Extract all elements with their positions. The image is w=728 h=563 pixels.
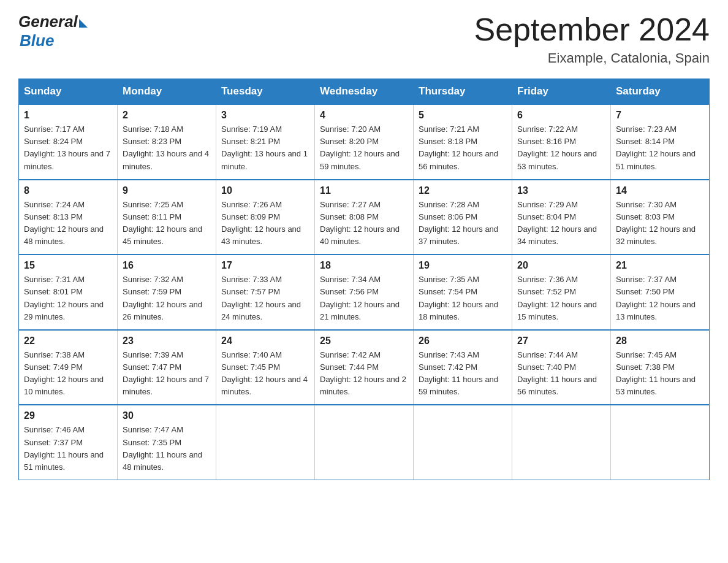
day-number: 29 [24, 410, 112, 421]
day-info: Sunrise: 7:33 AMSunset: 7:57 PMDaylight:… [221, 275, 301, 321]
month-title: September 2024 [474, 12, 710, 47]
table-row [216, 405, 315, 480]
table-row: 11 Sunrise: 7:27 AMSunset: 8:08 PMDaylig… [315, 180, 414, 255]
table-row [315, 405, 414, 480]
day-info: Sunrise: 7:35 AMSunset: 7:54 PMDaylight:… [419, 275, 498, 321]
day-number: 3 [221, 110, 309, 121]
calendar-week-row: 8 Sunrise: 7:24 AMSunset: 8:13 PMDayligh… [19, 180, 710, 255]
day-info: Sunrise: 7:47 AMSunset: 7:35 PMDaylight:… [123, 425, 202, 471]
header-friday: Friday [512, 79, 611, 105]
day-number: 5 [419, 110, 507, 121]
location-title: Eixample, Catalonia, Spain [474, 50, 710, 66]
table-row: 18 Sunrise: 7:34 AMSunset: 7:56 PMDaylig… [315, 255, 414, 330]
header-saturday: Saturday [611, 79, 710, 105]
day-info: Sunrise: 7:40 AMSunset: 7:45 PMDaylight:… [221, 350, 308, 396]
header-tuesday: Tuesday [216, 79, 315, 105]
table-row: 12 Sunrise: 7:28 AMSunset: 8:06 PMDaylig… [414, 180, 512, 255]
table-row: 30 Sunrise: 7:47 AMSunset: 7:35 PMDaylig… [118, 405, 216, 480]
header-thursday: Thursday [414, 79, 512, 105]
day-info: Sunrise: 7:24 AMSunset: 8:13 PMDaylight:… [24, 200, 104, 246]
calendar-week-row: 29 Sunrise: 7:46 AMSunset: 7:37 PMDaylig… [19, 405, 710, 480]
table-row: 21 Sunrise: 7:37 AMSunset: 7:50 PMDaylig… [611, 255, 710, 330]
day-info: Sunrise: 7:27 AMSunset: 8:08 PMDaylight:… [320, 200, 400, 246]
table-row: 10 Sunrise: 7:26 AMSunset: 8:09 PMDaylig… [216, 180, 315, 255]
table-row: 20 Sunrise: 7:36 AMSunset: 7:52 PMDaylig… [512, 255, 611, 330]
day-number: 23 [123, 335, 211, 347]
day-info: Sunrise: 7:45 AMSunset: 7:38 PMDaylight:… [616, 350, 696, 396]
day-number: 19 [419, 260, 507, 271]
header-wednesday: Wednesday [315, 79, 414, 105]
table-row: 2 Sunrise: 7:18 AMSunset: 8:23 PMDayligh… [118, 104, 216, 180]
logo: General Blue [18, 12, 88, 50]
day-number: 16 [123, 260, 211, 271]
table-row: 15 Sunrise: 7:31 AMSunset: 8:01 PMDaylig… [19, 255, 118, 330]
day-info: Sunrise: 7:25 AMSunset: 8:11 PMDaylight:… [123, 200, 202, 246]
table-row: 6 Sunrise: 7:22 AMSunset: 8:16 PMDayligh… [512, 104, 611, 180]
day-info: Sunrise: 7:43 AMSunset: 7:42 PMDaylight:… [419, 350, 498, 396]
table-row: 7 Sunrise: 7:23 AMSunset: 8:14 PMDayligh… [611, 104, 710, 180]
table-row: 5 Sunrise: 7:21 AMSunset: 8:18 PMDayligh… [414, 104, 512, 180]
table-row [512, 405, 611, 480]
table-row: 24 Sunrise: 7:40 AMSunset: 7:45 PMDaylig… [216, 330, 315, 405]
day-number: 1 [24, 110, 112, 121]
day-info: Sunrise: 7:28 AMSunset: 8:06 PMDaylight:… [419, 200, 498, 246]
table-row: 27 Sunrise: 7:44 AMSunset: 7:40 PMDaylig… [512, 330, 611, 405]
calendar-header-row: Sunday Monday Tuesday Wednesday Thursday… [19, 79, 710, 105]
day-info: Sunrise: 7:20 AMSunset: 8:20 PMDaylight:… [320, 124, 400, 170]
table-row: 28 Sunrise: 7:45 AMSunset: 7:38 PMDaylig… [611, 330, 710, 405]
title-section: September 2024 Eixample, Catalonia, Spai… [474, 12, 710, 66]
logo-general-text: General [18, 12, 78, 31]
day-info: Sunrise: 7:37 AMSunset: 7:50 PMDaylight:… [616, 275, 696, 321]
day-number: 14 [616, 185, 704, 196]
table-row: 23 Sunrise: 7:39 AMSunset: 7:47 PMDaylig… [118, 330, 216, 405]
day-number: 6 [517, 110, 605, 121]
day-number: 13 [517, 185, 605, 196]
day-number: 24 [221, 335, 309, 347]
day-number: 12 [419, 185, 507, 196]
table-row: 19 Sunrise: 7:35 AMSunset: 7:54 PMDaylig… [414, 255, 512, 330]
calendar-week-row: 1 Sunrise: 7:17 AMSunset: 8:24 PMDayligh… [19, 104, 710, 180]
table-row: 26 Sunrise: 7:43 AMSunset: 7:42 PMDaylig… [414, 330, 512, 405]
day-info: Sunrise: 7:26 AMSunset: 8:09 PMDaylight:… [221, 200, 301, 246]
header-sunday: Sunday [19, 79, 118, 105]
table-row: 4 Sunrise: 7:20 AMSunset: 8:20 PMDayligh… [315, 104, 414, 180]
day-number: 22 [24, 335, 112, 347]
day-number: 8 [24, 185, 112, 196]
table-row: 3 Sunrise: 7:19 AMSunset: 8:21 PMDayligh… [216, 104, 315, 180]
table-row: 29 Sunrise: 7:46 AMSunset: 7:37 PMDaylig… [19, 405, 118, 480]
day-info: Sunrise: 7:18 AMSunset: 8:23 PMDaylight:… [123, 124, 209, 170]
header-monday: Monday [118, 79, 216, 105]
day-info: Sunrise: 7:34 AMSunset: 7:56 PMDaylight:… [320, 275, 400, 321]
day-number: 30 [123, 410, 211, 421]
day-number: 2 [123, 110, 211, 121]
day-info: Sunrise: 7:17 AMSunset: 8:24 PMDaylight:… [24, 124, 110, 170]
day-info: Sunrise: 7:31 AMSunset: 8:01 PMDaylight:… [24, 275, 104, 321]
calendar-week-row: 22 Sunrise: 7:38 AMSunset: 7:49 PMDaylig… [19, 330, 710, 405]
table-row: 25 Sunrise: 7:42 AMSunset: 7:44 PMDaylig… [315, 330, 414, 405]
day-number: 20 [517, 260, 605, 271]
table-row [414, 405, 512, 480]
day-number: 28 [616, 335, 704, 347]
day-info: Sunrise: 7:32 AMSunset: 7:59 PMDaylight:… [123, 275, 202, 321]
day-number: 25 [320, 335, 408, 347]
day-info: Sunrise: 7:23 AMSunset: 8:14 PMDaylight:… [616, 124, 696, 170]
day-number: 15 [24, 260, 112, 271]
table-row: 9 Sunrise: 7:25 AMSunset: 8:11 PMDayligh… [118, 180, 216, 255]
day-info: Sunrise: 7:38 AMSunset: 7:49 PMDaylight:… [24, 350, 104, 396]
day-number: 4 [320, 110, 408, 121]
table-row: 1 Sunrise: 7:17 AMSunset: 8:24 PMDayligh… [19, 104, 118, 180]
table-row: 8 Sunrise: 7:24 AMSunset: 8:13 PMDayligh… [19, 180, 118, 255]
day-info: Sunrise: 7:21 AMSunset: 8:18 PMDaylight:… [419, 124, 498, 170]
day-number: 21 [616, 260, 704, 271]
day-number: 10 [221, 185, 309, 196]
day-info: Sunrise: 7:42 AMSunset: 7:44 PMDaylight:… [320, 350, 406, 396]
day-number: 18 [320, 260, 408, 271]
day-number: 11 [320, 185, 408, 196]
table-row [611, 405, 710, 480]
day-info: Sunrise: 7:19 AMSunset: 8:21 PMDaylight:… [221, 124, 308, 170]
day-info: Sunrise: 7:29 AMSunset: 8:04 PMDaylight:… [517, 200, 597, 246]
day-info: Sunrise: 7:36 AMSunset: 7:52 PMDaylight:… [517, 275, 597, 321]
day-number: 26 [419, 335, 507, 347]
day-number: 17 [221, 260, 309, 271]
day-number: 9 [123, 185, 211, 196]
